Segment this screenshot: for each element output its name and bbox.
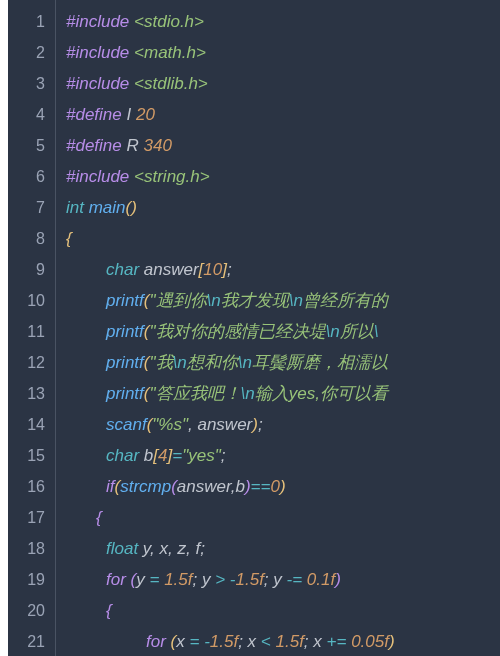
string: "我对你的感情已经决堤 xyxy=(149,322,325,341)
line-number: 20 xyxy=(8,595,55,626)
type: char xyxy=(106,260,139,279)
identifier: answer xyxy=(139,260,199,279)
string: "遇到你 xyxy=(149,291,206,310)
line-number: 15 xyxy=(8,440,55,471)
code-line[interactable]: { xyxy=(66,595,500,626)
identifier: b xyxy=(235,477,244,496)
semicolon: ; xyxy=(304,632,313,651)
line-number: 18 xyxy=(8,533,55,564)
code-line[interactable]: if(strcmp(answer,b)==0) xyxy=(66,471,500,502)
code-line[interactable]: #include <string.h> xyxy=(66,161,500,192)
line-number-gutter: 1 2 3 4 5 6 7 8 9 10 11 12 13 14 15 16 1… xyxy=(8,0,56,656)
code-area[interactable]: #include <stdio.h> #include <math.h> #in… xyxy=(56,0,500,656)
string: 输入yes,你可以看 xyxy=(255,384,388,403)
string: 所以 xyxy=(340,322,374,341)
escape: \ xyxy=(374,322,379,341)
identifier: y, x, z, f xyxy=(138,539,200,558)
number: 1.5f xyxy=(276,632,304,651)
identifier: answer xyxy=(193,415,253,434)
string: "yes" xyxy=(182,446,221,465)
code-line[interactable]: char answer[10]; xyxy=(66,254,500,285)
number: 340 xyxy=(144,136,172,155)
escape: \n xyxy=(207,291,221,310)
preprocessor: #include xyxy=(66,74,129,93)
paren: ) xyxy=(280,477,286,496)
paren: ) xyxy=(131,198,137,217)
line-number: 4 xyxy=(8,99,55,130)
preprocessor: #include xyxy=(66,43,129,62)
string: 我才发现 xyxy=(221,291,289,310)
identifier: answer xyxy=(177,477,231,496)
identifier: y xyxy=(202,570,215,589)
brace: { xyxy=(106,601,112,620)
code-line[interactable]: printf("我对你的感情已经决堤\n所以\ xyxy=(66,316,500,347)
code-line[interactable]: #include <math.h> xyxy=(66,37,500,68)
line-number: 5 xyxy=(8,130,55,161)
line-number: 7 xyxy=(8,192,55,223)
escape: \n xyxy=(238,353,252,372)
code-line[interactable]: float y, x, z, f; xyxy=(66,533,500,564)
include-path: <math.h> xyxy=(129,43,206,62)
brace: { xyxy=(96,508,102,527)
include-path: <stdlib.h> xyxy=(129,74,207,93)
function-call: printf xyxy=(106,322,144,341)
code-line[interactable]: for (y = 1.5f; y > -1.5f; y -= 0.1f) xyxy=(66,564,500,595)
brace: { xyxy=(66,229,72,248)
line-number: 6 xyxy=(8,161,55,192)
code-line[interactable]: { xyxy=(66,502,500,533)
operator: = xyxy=(189,632,204,651)
type: int xyxy=(66,198,84,217)
semicolon: ; xyxy=(227,260,232,279)
line-number: 14 xyxy=(8,409,55,440)
operator: < xyxy=(261,632,276,651)
string: "答应我吧！ xyxy=(149,384,240,403)
escape: \n xyxy=(241,384,255,403)
number: 10 xyxy=(203,260,222,279)
number: 1.5f xyxy=(210,632,238,651)
function-call: scanf xyxy=(106,415,147,434)
code-line[interactable]: #define I 20 xyxy=(66,99,500,130)
number: 20 xyxy=(136,105,155,124)
keyword: if xyxy=(106,477,115,496)
code-line[interactable]: printf("答应我吧！\n输入yes,你可以看 xyxy=(66,378,500,409)
code-line[interactable]: { xyxy=(66,223,500,254)
macro-name: R xyxy=(122,136,144,155)
operator: -= xyxy=(287,570,307,589)
operator: > xyxy=(215,570,230,589)
semicolon: ; xyxy=(238,632,247,651)
semicolon: ; xyxy=(264,570,273,589)
include-path: <stdio.h> xyxy=(129,12,204,31)
macro-name: I xyxy=(122,105,136,124)
line-number: 3 xyxy=(8,68,55,99)
code-line[interactable]: printf("遇到你\n我才发现\n曾经所有的 xyxy=(66,285,500,316)
operator: == xyxy=(251,477,271,496)
code-line[interactable]: int main() xyxy=(66,192,500,223)
number: 0.05f xyxy=(351,632,389,651)
semicolon: ; xyxy=(192,570,201,589)
identifier: x xyxy=(248,632,261,651)
code-line[interactable]: #include <stdio.h> xyxy=(66,6,500,37)
include-path: <string.h> xyxy=(129,167,209,186)
number: 0 xyxy=(270,477,279,496)
line-number: 12 xyxy=(8,347,55,378)
code-line[interactable]: scanf("%s", answer); xyxy=(66,409,500,440)
code-line[interactable]: #define R 340 xyxy=(66,130,500,161)
identifier: b xyxy=(139,446,153,465)
code-line[interactable]: printf("我\n想和你\n耳鬓厮磨，相濡以 xyxy=(66,347,500,378)
code-line[interactable]: char b[4]="yes"; xyxy=(66,440,500,471)
code-line[interactable]: #include <stdlib.h> xyxy=(66,68,500,99)
identifier: x xyxy=(176,632,189,651)
number: 0.1f xyxy=(307,570,335,589)
string: "%s" xyxy=(152,415,188,434)
paren: ) xyxy=(335,570,341,589)
semicolon: ; xyxy=(258,415,263,434)
operator: += xyxy=(327,632,352,651)
code-line[interactable]: for (x = -1.5f; x < 1.5f; x += 0.05f) xyxy=(66,626,500,656)
keyword: for xyxy=(106,570,131,589)
function-name: main xyxy=(84,198,126,217)
type: float xyxy=(106,539,138,558)
line-number: 10 xyxy=(8,285,55,316)
identifier: x xyxy=(313,632,326,651)
string: 耳鬓厮磨，相濡以 xyxy=(252,353,388,372)
semicolon: ; xyxy=(221,446,226,465)
